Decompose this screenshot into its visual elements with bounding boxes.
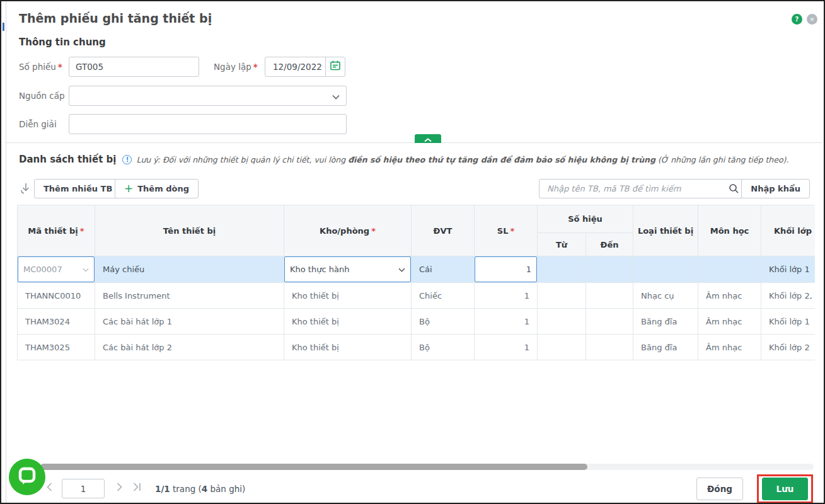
table-row[interactable]: THAM3025 Các bài hát lớp 2 Kho thiết bị … bbox=[18, 335, 816, 360]
required-mark: * bbox=[58, 62, 62, 72]
cell-mon-hoc[interactable] bbox=[698, 256, 761, 283]
prev-page-button[interactable] bbox=[47, 483, 52, 491]
add-many-devices-button[interactable]: Thêm nhiều TB bbox=[34, 179, 122, 198]
cell-ten-thiet-bi[interactable]: Các bài hát lớp 2 bbox=[95, 335, 284, 360]
col-header-sl: SL* bbox=[475, 205, 538, 256]
cell-den[interactable] bbox=[586, 335, 633, 360]
calendar-button[interactable] bbox=[325, 57, 345, 76]
cell-tu[interactable] bbox=[538, 335, 586, 360]
nguon-cap-select[interactable] bbox=[69, 86, 347, 106]
left-edge-divider bbox=[6, 1, 6, 503]
cell-den[interactable] bbox=[586, 283, 633, 309]
dien-giai-label: Diễn giải bbox=[19, 119, 57, 129]
cell-ten-thiet-bi[interactable]: Bells Instrument bbox=[95, 283, 284, 309]
chat-bubble-icon bbox=[18, 466, 37, 488]
warehouse-select[interactable]: Kho thực hành bbox=[284, 256, 411, 282]
cell-ma-thiet-bi[interactable]: THAM3025 bbox=[18, 335, 95, 360]
cell-kho-phong[interactable]: Kho thiết bị bbox=[284, 309, 412, 335]
last-page-button[interactable] bbox=[133, 483, 142, 491]
cell-loai-thiet-bi[interactable]: Băng đĩa bbox=[633, 335, 698, 360]
chevron-down-icon bbox=[83, 265, 89, 274]
cell-dvt[interactable]: Bộ bbox=[412, 309, 475, 335]
cell-dvt[interactable]: Bộ bbox=[412, 335, 475, 360]
cell-khoi-lop[interactable]: Khối lớp 2 bbox=[761, 335, 815, 360]
cell-ma-thiet-bi[interactable]: THAM3024 bbox=[18, 309, 95, 335]
col-header-mon-hoc: Môn học bbox=[698, 205, 761, 256]
dien-giai-input[interactable] bbox=[69, 114, 347, 134]
calendar-icon bbox=[330, 60, 341, 74]
device-search-input[interactable] bbox=[539, 184, 723, 193]
quantity-input[interactable] bbox=[480, 265, 531, 274]
left-edge-artifact bbox=[3, 23, 4, 31]
table-row[interactable]: THAM3024 Các bài hát lớp 1 Kho thiết bị … bbox=[18, 309, 816, 335]
cell-sl[interactable]: 1 bbox=[475, 309, 538, 335]
device-search bbox=[539, 179, 745, 198]
cell-den[interactable] bbox=[586, 256, 633, 283]
cell-khoi-lop[interactable]: Khối lớp 2, K bbox=[761, 283, 815, 309]
cell-mon-hoc[interactable]: Âm nhạc bbox=[698, 309, 761, 335]
cell-loai-thiet-bi[interactable]: Băng đĩa bbox=[633, 309, 698, 335]
import-button[interactable]: Nhập khẩu bbox=[741, 179, 810, 198]
chat-widget-button[interactable] bbox=[9, 459, 45, 495]
cell-tu[interactable] bbox=[538, 309, 586, 335]
cell-loai-thiet-bi[interactable] bbox=[633, 256, 698, 283]
next-page-button[interactable] bbox=[117, 483, 122, 491]
cell-ten-thiet-bi[interactable]: Máy chiếu bbox=[95, 256, 284, 283]
help-icon[interactable]: ? bbox=[792, 14, 802, 25]
cell-khoi-lop[interactable]: Khối lớp 1 bbox=[761, 256, 815, 283]
cell-tu[interactable] bbox=[538, 256, 586, 283]
close-icon[interactable]: ✕ bbox=[807, 14, 817, 25]
add-row-button[interactable]: +Thêm dòng bbox=[115, 179, 199, 198]
info-icon: ! bbox=[122, 155, 132, 164]
col-header-den: Đến bbox=[586, 233, 633, 256]
col-header-loai-thiet-bi: Loại thiết bị bbox=[633, 205, 698, 256]
quantity-input-box[interactable] bbox=[475, 256, 537, 282]
horizontal-scrollbar-track[interactable] bbox=[40, 464, 814, 470]
page-number-input[interactable] bbox=[62, 479, 105, 498]
chevron-down-icon bbox=[332, 90, 340, 102]
so-phieu-label: Số phiếu* bbox=[19, 62, 62, 72]
cell-loai-thiet-bi[interactable]: Nhạc cụ bbox=[633, 283, 698, 309]
col-header-tu: Từ bbox=[538, 233, 586, 256]
cell-dvt[interactable]: Chiếc bbox=[412, 283, 475, 309]
add-device-increase-modal: Thêm phiếu ghi tăng thiết bị ? ✕ Thông t… bbox=[0, 0, 825, 504]
page-info: 1/1 trang (4 bản ghi) bbox=[155, 484, 245, 494]
cell-khoi-lop[interactable]: Khối lớp 1 bbox=[761, 309, 815, 335]
cell-sl[interactable]: 1 bbox=[475, 335, 538, 360]
ngay-lap-label: Ngày lập* bbox=[214, 62, 258, 72]
cell-kho-phong[interactable]: Kho thực hành bbox=[284, 256, 412, 283]
device-list-note: Lưu ý: Đối với những thiết bị quản lý ch… bbox=[136, 155, 788, 164]
col-header-so-hieu: Số hiệu bbox=[538, 205, 633, 233]
table-row-active[interactable]: MC00007 Máy chiếu Kho thực hành Cái bbox=[18, 256, 816, 283]
close-button[interactable]: Đóng bbox=[696, 478, 743, 500]
col-header-ma-thiet-bi: Mã thiết bị* bbox=[18, 205, 95, 256]
plus-icon: + bbox=[124, 183, 133, 194]
ngay-lap-input[interactable] bbox=[265, 57, 325, 76]
device-code-combobox[interactable]: MC00007 bbox=[18, 256, 95, 282]
collapse-section-button[interactable] bbox=[415, 134, 441, 143]
device-list-heading: Danh sách thiết bị bbox=[19, 154, 116, 165]
ngay-lap-datepicker bbox=[265, 57, 345, 77]
cell-ma-thiet-bi[interactable]: MC00007 bbox=[18, 256, 95, 283]
general-info-heading: Thông tin chung bbox=[19, 37, 106, 48]
cell-dvt[interactable]: Cái bbox=[412, 256, 475, 283]
cell-sl[interactable] bbox=[475, 256, 538, 283]
cell-mon-hoc[interactable]: Âm nhạc bbox=[698, 283, 761, 309]
chevron-down-icon bbox=[398, 265, 405, 274]
col-header-khoi-lop: Khối lớp bbox=[761, 205, 815, 256]
cell-sl[interactable]: 1 bbox=[475, 283, 538, 309]
nguon-cap-label: Nguồn cấp bbox=[19, 91, 65, 101]
cell-ma-thiet-bi[interactable]: THANNC0010 bbox=[18, 283, 95, 309]
cell-den[interactable] bbox=[586, 309, 633, 335]
modal-title: Thêm phiếu ghi tăng thiết bị bbox=[19, 11, 212, 25]
cell-kho-phong[interactable]: Kho thiết bị bbox=[284, 335, 412, 360]
annotation-highlight-box bbox=[757, 474, 813, 503]
insert-down-icon[interactable] bbox=[20, 183, 32, 197]
table-row[interactable]: THANNC0010 Bells Instrument Kho thiết bị… bbox=[18, 283, 816, 309]
so-phieu-input[interactable] bbox=[69, 57, 199, 77]
cell-tu[interactable] bbox=[538, 283, 586, 309]
cell-mon-hoc[interactable]: Âm nhạc bbox=[698, 335, 761, 360]
cell-ten-thiet-bi[interactable]: Các bài hát lớp 1 bbox=[95, 309, 284, 335]
cell-kho-phong[interactable]: Kho thiết bị bbox=[284, 283, 412, 309]
horizontal-scrollbar-thumb[interactable] bbox=[40, 464, 587, 470]
